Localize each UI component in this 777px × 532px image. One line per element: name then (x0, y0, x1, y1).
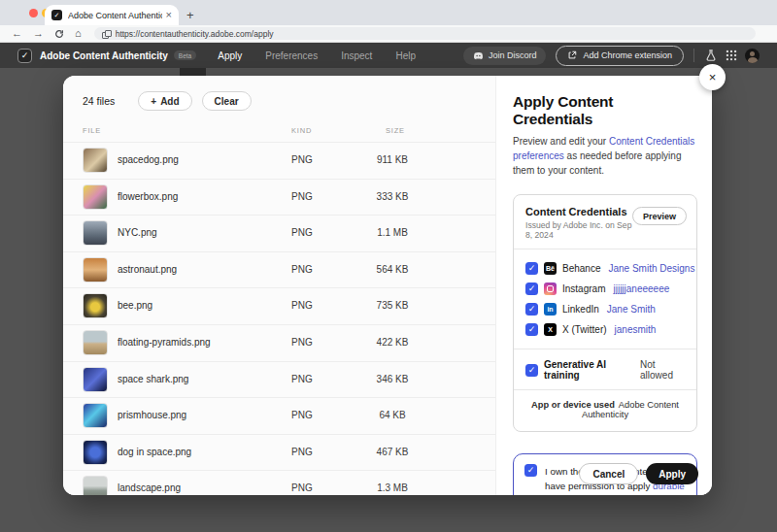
file-list-body: spacedog.pngPNG911 KBflowerbox.pngPNG333… (63, 142, 495, 495)
column-kind: KIND (291, 126, 312, 135)
url-text: https://contentauthenticity.adobe.com/ap… (116, 29, 274, 39)
new-tab-button[interactable]: + (186, 5, 194, 25)
add-chrome-extension-button[interactable]: Add Chrome extension (556, 46, 684, 66)
back-icon[interactable]: ← (12, 28, 22, 39)
file-thumbnail (83, 184, 108, 210)
file-row[interactable]: landscape.pngPNG1.3 MB (63, 470, 495, 495)
file-row[interactable]: flowerbox.pngPNG333 KB (63, 179, 495, 216)
x-icon: X (544, 323, 557, 336)
files-topbar: 24 files + Add Clear (63, 76, 495, 118)
file-size: 564 KB (355, 264, 430, 275)
genai-value: Not allowed (640, 359, 685, 381)
file-name: astronaut.png (118, 264, 177, 275)
reload-icon[interactable] (54, 29, 64, 39)
file-thumbnail (83, 148, 108, 173)
file-name: dog in space.png (118, 447, 191, 457)
social-network-label: Instagram (562, 283, 605, 294)
file-kind: PNG (291, 447, 313, 457)
social-row: ✓BēBehanceJane Smith Designs (525, 258, 685, 279)
social-checkbox-checked[interactable]: ✓ (525, 262, 538, 275)
preview-button[interactable]: Preview (632, 207, 687, 225)
forward-icon[interactable]: → (33, 28, 44, 39)
app-title: Adobe Content Authenticity (40, 50, 168, 61)
tab-switcher-icon[interactable] (102, 30, 110, 38)
file-row[interactable]: prismhouse.pngPNG64 KB (63, 397, 495, 434)
nav-preferences[interactable]: Preferences (265, 50, 318, 61)
address-bar[interactable]: https://contentauthenticity.adobe.com/ap… (94, 27, 756, 40)
social-handle-link[interactable]: jjjjjjaneeeeee (613, 283, 669, 294)
app-grid-icon[interactable] (725, 49, 738, 62)
file-size: 346 KB (355, 374, 430, 384)
file-thumbnail (83, 367, 108, 392)
file-size: 422 KB (355, 337, 430, 348)
file-thumbnail (83, 257, 108, 283)
linkedin-icon: in (544, 303, 557, 316)
desc-text: Preview and edit your (513, 136, 609, 147)
file-kind: PNG (291, 227, 313, 238)
social-handle-link[interactable]: Jane Smith (607, 304, 656, 315)
file-name: flowerbox.png (118, 191, 178, 202)
nav-apply-active-indicator (180, 68, 206, 76)
file-kind: PNG (291, 337, 313, 348)
beta-badge: Beta (174, 50, 196, 60)
apply-button[interactable]: Apply (646, 463, 698, 484)
file-thumbnail (83, 293, 108, 318)
apply-credentials-modal: 24 files + Add Clear FILE KIND SIZE spac… (63, 76, 712, 495)
credentials-card-title: Content Credentials (525, 206, 634, 217)
browser-toolbar: ← → ⌂ https://contentauthenticity.adobe.… (0, 25, 777, 43)
instagram-icon (544, 283, 557, 295)
social-checkbox-checked[interactable]: ✓ (525, 283, 538, 295)
social-handle-link[interactable]: Jane Smith Designs (608, 263, 694, 274)
file-name: bee.png (118, 300, 152, 311)
beta-flask-icon[interactable] (704, 49, 718, 62)
join-discord-label: Join Discord (489, 50, 537, 60)
tab-close-icon[interactable]: × (166, 10, 172, 20)
browser-tab[interactable]: ✓ Adobe Content Authenticity × (45, 5, 179, 25)
add-files-button[interactable]: + Add (138, 91, 191, 111)
social-row: ✓Instagramjjjjjjaneeeeee (525, 279, 685, 299)
nav-help[interactable]: Help (395, 50, 416, 61)
home-icon[interactable]: ⌂ (75, 28, 82, 39)
social-handle-link[interactable]: janesmith (615, 324, 657, 335)
user-avatar[interactable] (745, 49, 760, 63)
file-name: floating-pyramids.png (118, 337, 211, 348)
social-row: ✓XX (Twitter)janesmith (525, 319, 685, 340)
credentials-card-header: Content Credentials Issued by Adobe Inc.… (525, 206, 685, 240)
file-row[interactable]: NYC.pngPNG1.1 MB (63, 215, 495, 251)
behance-icon: Bē (544, 262, 557, 275)
file-row[interactable]: floating-pyramids.pngPNG422 KB (63, 324, 495, 361)
card-divider (514, 349, 696, 349)
nav-apply[interactable]: Apply (218, 50, 242, 61)
cancel-button[interactable]: Cancel (579, 463, 638, 484)
modal-close-button[interactable]: × (699, 64, 726, 90)
close-window-button[interactable] (29, 9, 38, 17)
panel-description: Preview and edit your Content Credential… (513, 134, 699, 178)
consent-checkbox-checked[interactable]: ✓ (524, 464, 537, 477)
file-row[interactable]: space shark.pngPNG346 KB (63, 361, 495, 398)
browser-tab-strip: ✓ Adobe Content Authenticity × + (0, 0, 777, 25)
site-favicon-icon: ✓ (51, 10, 62, 20)
file-thumbnail (83, 440, 108, 465)
card-divider (514, 249, 696, 249)
social-checkbox-checked[interactable]: ✓ (525, 323, 538, 336)
join-discord-button[interactable]: Join Discord (463, 47, 547, 65)
file-thumbnail (83, 220, 108, 246)
file-size: 911 KB (355, 154, 430, 165)
file-kind: PNG (291, 300, 313, 311)
app-nav: Apply Preferences Inspect Help (218, 50, 416, 61)
nav-inspect[interactable]: Inspect (341, 50, 372, 61)
genai-checkbox-checked[interactable]: ✓ (525, 364, 538, 377)
file-row[interactable]: spacedog.pngPNG911 KB (63, 142, 495, 179)
file-row[interactable]: bee.pngPNG735 KB (63, 287, 495, 324)
clear-files-button[interactable]: Clear (202, 91, 252, 111)
file-row[interactable]: dog in space.pngPNG467 KB (63, 434, 495, 471)
file-kind: PNG (291, 482, 313, 493)
social-network-label: X (Twitter) (562, 324, 607, 335)
social-checkbox-checked[interactable]: ✓ (525, 303, 538, 316)
social-network-label: LinkedIn (562, 304, 599, 315)
file-row[interactable]: astronaut.pngPNG564 KB (63, 251, 495, 288)
social-accounts-list: ✓BēBehanceJane Smith Designs✓Instagramjj… (525, 258, 685, 340)
file-kind: PNG (291, 374, 313, 384)
file-name: prismhouse.png (118, 410, 186, 420)
external-link-icon (567, 50, 577, 60)
